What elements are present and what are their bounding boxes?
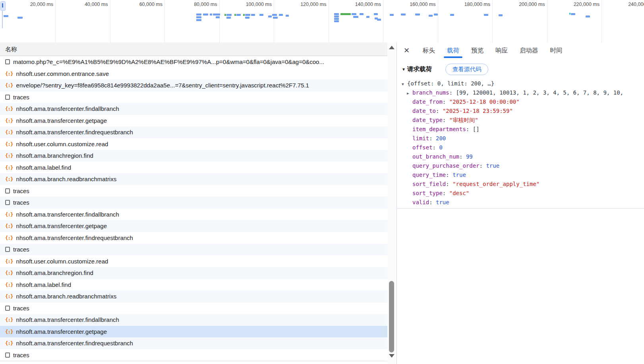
fetch-request-icon: {:} [5,290,13,302]
overview-request-bar [334,13,339,15]
payload-key: query_purchase_order [412,163,480,169]
request-row[interactable]: {:}nhsoft.ama.branch.readbranchmatrixs [0,290,388,302]
devtools-network-panel: 20,000 ms40,000 ms60,000 ms80,000 ms100,… [0,0,644,364]
request-row[interactable]: {:}nhsoft.ama.branchregion.find [0,267,388,279]
payload-key: limit [412,135,429,141]
request-payload-title: 请求载荷 [407,65,432,74]
overview-request-bar [450,14,454,16]
request-row[interactable]: {:}nhsoft.ama.transfercenter.findrequest… [0,126,388,138]
request-name: nhsoft.ama.label.find [16,162,71,174]
tab-预览[interactable]: 预览 [469,43,486,58]
request-row[interactable]: {:}nhsoft.ama.transfercenter.findrequest… [0,232,388,244]
overview-request-bar [499,14,503,16]
request-row[interactable]: {:}nhsoft.ama.transfercenter.getpage [0,220,388,232]
overview-request-bar [374,13,378,15]
scroll-up-arrow-icon[interactable] [389,46,395,49]
payload-colon: : [429,135,436,141]
overview-request-bar [352,13,356,15]
payload-entry: valid: true [397,198,644,207]
expander-open-icon[interactable]: ▼ [402,79,407,88]
tab-启动器[interactable]: 启动器 [517,43,541,58]
fetch-request-icon: {:} [5,126,13,138]
request-row[interactable]: {:}nhsoft.ama.transfercenter.findrequest… [0,337,388,349]
network-overview-timeline[interactable]: 20,000 ms40,000 ms60,000 ms80,000 ms100,… [0,0,644,43]
payload-entry: query_purchase_order: true [397,161,644,170]
request-row[interactable]: {:}envelope/?sentry_key=f8fea6958c814e99… [0,79,388,91]
request-name: nhsoft.user.common.entrance.save [16,68,109,80]
overview-request-bar [272,14,277,16]
overview-request-bar [215,14,220,15]
tab-响应[interactable]: 响应 [493,43,510,58]
tab-标头[interactable]: 标头 [420,43,437,58]
request-name: nhsoft.user.column.customize.read [16,138,108,150]
request-row[interactable]: traces [0,197,388,209]
request-row-selected[interactable]: {:}nhsoft.ama.transfercenter.getpage [0,326,388,338]
overview-request-bar [236,14,241,16]
request-row[interactable]: {:}nhsoft.ama.branchregion.find [0,150,388,162]
overview-request-bar [226,14,232,16]
overview-tick-label: 60,000 ms [117,2,162,7]
scroll-thumb[interactable] [389,281,394,352]
fetch-request-icon: {:} [5,267,13,279]
request-name: traces [13,302,29,314]
document-request-icon [5,200,10,205]
expander-closed-icon[interactable]: ▶ [407,89,412,97]
request-row[interactable]: {:}nhsoft.user.column.customize.read [0,256,388,267]
scroll-down-arrow-icon[interactable] [389,354,395,358]
request-row[interactable]: {:}nhsoft.user.column.customize.read [0,138,388,150]
overview-request-bar [334,20,339,22]
request-row[interactable]: traces [0,349,388,361]
tab-active-载荷[interactable]: 载荷 [445,43,462,58]
requests-scrollbar[interactable] [387,43,396,364]
request-row[interactable]: {:}nhsoft.ama.transfercenter.findallbran… [0,314,388,326]
overview-request-bar [243,14,245,16]
payload-section-divider [397,208,644,209]
request-row[interactable]: {:}nhsoft.ama.transfercenter.findallbran… [0,103,388,115]
overview-request-bar [429,15,433,17]
overview-request-bar [571,13,575,15]
request-row[interactable]: {:}nhsoft.ama.transfercenter.getpage [0,115,388,127]
close-icon[interactable]: ✕ [404,43,410,58]
details-tabs: 标头载荷预览响应启动器时间 [420,43,565,58]
collapse-triangle-icon[interactable]: ▼ [402,67,406,72]
request-row[interactable]: traces [0,244,388,256]
view-source-button[interactable]: 查看源代码 [445,64,489,75]
request-row[interactable]: {:}nhsoft.ama.label.find [0,162,388,174]
payload-key: date_to [412,108,436,114]
request-row[interactable]: {:}nhsoft.ama.transfercenter.findallbran… [0,209,388,221]
request-row[interactable]: traces [0,302,388,314]
overview-request-bar [286,15,289,17]
tab-时间[interactable]: 时间 [548,43,565,58]
column-header-name[interactable]: 名称 [0,43,388,56]
payload-entry: sort_field: "request_order_apply_time" [397,180,644,189]
document-request-icon [5,247,10,252]
payload-value: "审核时间" [449,117,478,123]
request-name: nhsoft.ama.branch.readbranchmatrixs [16,290,117,302]
overview-request-bar [17,17,23,19]
request-row[interactable]: {:}nhsoft.ama.label.find [0,279,388,291]
column-header-label: 名称 [5,46,17,52]
request-name: traces [13,197,29,209]
payload-json-tree: ▼{offset: 0, limit: 200, …}▶branch_nums:… [397,79,644,207]
request-row[interactable]: matomo.php?e_c=%E9%A1%B5%E9%9D%A2%E8%AE%… [0,56,388,68]
fetch-request-icon: {:} [5,173,13,185]
overview-request-bar [586,15,590,17]
overview-gridline [601,0,602,43]
requests-table: 名称 matomo.php?e_c=%E9%A1%B5%E9%9D%A2%E8%… [0,43,388,364]
payload-value: "2025-12-18 00:00:00" [449,99,520,105]
payload-value: "request_order_apply_time" [453,181,540,187]
request-row[interactable]: traces [0,185,388,197]
fetch-request-icon: {:} [5,115,13,127]
document-request-icon [5,59,10,64]
request-row[interactable]: traces [0,91,388,103]
payload-colon: : [443,190,449,196]
overview-request-bar [377,19,381,21]
request-row[interactable]: {:}nhsoft.ama.branch.readbranchmatrixs [0,173,388,185]
payload-value: [99, 120001, 10013, 1, 2, 3, 4, 5, 6, 7,… [456,89,623,96]
overview-gridline [383,0,383,43]
payload-key: offset [412,144,433,151]
request-row[interactable]: {:}nhsoft.user.common.entrance.save [0,68,388,80]
request-payload-section-header[interactable]: ▼ 请求载荷 查看源代码 [397,63,488,75]
payload-key: branch_nums [412,89,449,96]
overview-drag-handle[interactable] [0,1,6,11]
